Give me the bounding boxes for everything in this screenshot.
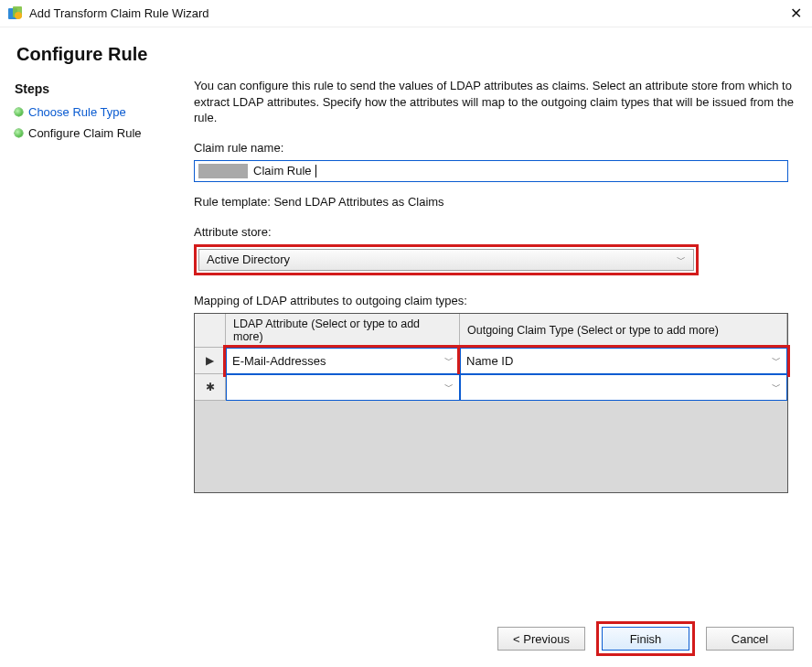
chevron-down-icon: ﹀ bbox=[677, 253, 686, 266]
attribute-store-label: Attribute store: bbox=[194, 225, 796, 239]
chevron-down-icon[interactable]: ﹀ bbox=[772, 381, 781, 393]
finish-button-highlight: Finish bbox=[596, 621, 695, 656]
mapping-label: Mapping of LDAP attributes to outgoing c… bbox=[194, 294, 796, 307]
ldap-attribute-cell[interactable]: E-Mail-Addresses ﹀ bbox=[226, 348, 460, 374]
step-link[interactable]: Choose Rule Type bbox=[28, 105, 126, 119]
attribute-store-value: Active Directory bbox=[207, 253, 290, 266]
step-bullet-icon bbox=[15, 108, 23, 116]
grid-header-marker bbox=[195, 314, 226, 348]
app-icon bbox=[7, 5, 24, 22]
text-caret bbox=[315, 165, 316, 178]
chevron-down-icon[interactable]: ﹀ bbox=[444, 354, 454, 367]
step-bullet-icon bbox=[15, 129, 23, 137]
chevron-down-icon[interactable]: ﹀ bbox=[444, 381, 454, 393]
previous-button[interactable]: < Previous bbox=[497, 627, 585, 651]
mapping-grid: LDAP Attribute (Select or type to add mo… bbox=[194, 313, 788, 493]
finish-button[interactable]: Finish bbox=[602, 627, 689, 651]
grid-empty-area bbox=[195, 401, 787, 492]
grid-header-ldap[interactable]: LDAP Attribute (Select or type to add mo… bbox=[226, 314, 460, 348]
grid-header-claim[interactable]: Outgoing Claim Type (Select or type to a… bbox=[460, 314, 787, 348]
instructions-text: You can configure this rule to send the … bbox=[194, 78, 796, 126]
claim-rule-name-input[interactable]: Claim Rule bbox=[194, 160, 788, 182]
row-marker-new[interactable]: ✱ bbox=[195, 374, 226, 401]
claim-rule-name-label: Claim rule name: bbox=[194, 141, 796, 155]
rule-template-text: Rule template: Send LDAP Attributes as C… bbox=[194, 195, 796, 209]
outgoing-claim-value: Name ID bbox=[466, 354, 513, 368]
main-panel: You can configure this rule to send the … bbox=[187, 78, 812, 493]
page-title: Configure Rule bbox=[16, 44, 812, 65]
ldap-attribute-value: E-Mail-Addresses bbox=[232, 354, 326, 368]
step-choose-rule-type[interactable]: Choose Rule Type bbox=[5, 102, 187, 123]
grid-header-row: LDAP Attribute (Select or type to add mo… bbox=[195, 314, 787, 348]
close-icon[interactable]: ✕ bbox=[786, 6, 805, 21]
step-configure-claim-rule[interactable]: Configure Claim Rule bbox=[5, 123, 187, 144]
ldap-attribute-cell[interactable]: ﹀ bbox=[226, 374, 460, 401]
steps-sidebar: Steps Choose Rule Type Configure Claim R… bbox=[5, 78, 187, 493]
table-row: ▶ E-Mail-Addresses ﹀ Name ID ﹀ bbox=[195, 348, 787, 374]
claim-rule-name-value: Claim Rule bbox=[253, 164, 312, 178]
titlebar: Add Transform Claim Rule Wizard ✕ bbox=[0, 0, 812, 27]
outgoing-claim-cell[interactable]: ﹀ bbox=[460, 374, 787, 401]
svg-point-2 bbox=[15, 12, 22, 19]
chevron-down-icon[interactable]: ﹀ bbox=[772, 354, 781, 367]
cancel-button[interactable]: Cancel bbox=[706, 627, 794, 651]
row-marker-current[interactable]: ▶ bbox=[195, 348, 226, 374]
step-label: Configure Claim Rule bbox=[28, 126, 142, 140]
attribute-store-select[interactable]: Active Directory ﹀ bbox=[198, 249, 694, 271]
wizard-buttons: < Previous Finish Cancel bbox=[497, 621, 794, 656]
window-title: Add Transform Claim Rule Wizard bbox=[29, 6, 786, 20]
attribute-store-highlight: Active Directory ﹀ bbox=[194, 244, 699, 275]
outgoing-claim-cell[interactable]: Name ID ﹀ bbox=[460, 348, 787, 374]
table-row: ✱ ﹀ ﹀ bbox=[195, 374, 787, 401]
redacted-segment bbox=[198, 164, 248, 178]
steps-heading: Steps bbox=[5, 78, 187, 102]
